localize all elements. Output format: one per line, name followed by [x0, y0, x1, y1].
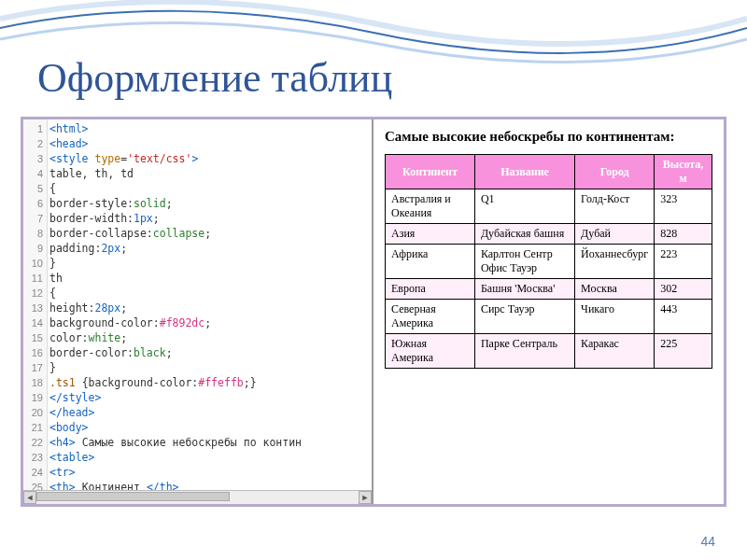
- table-cell: Дубайская башня: [474, 224, 574, 245]
- table-cell: Каракас: [575, 334, 655, 369]
- table-cell: Чикаго: [575, 300, 655, 334]
- table-cell: Дубай: [575, 224, 655, 245]
- table-cell: Австралия и Океания: [386, 189, 475, 224]
- table-header-row: КонтинентНазваниеГородВысота, м: [386, 155, 712, 189]
- code-text: <html> <head> <style type='text/css'> ta…: [49, 119, 372, 495]
- table-cell: 302: [655, 279, 712, 300]
- table-header-cell: Город: [575, 155, 655, 189]
- table-row: Южная АмерикаПарке СентральКаракас225: [386, 334, 712, 369]
- page-number: 44: [700, 534, 715, 549]
- table-cell: Азия: [386, 224, 475, 245]
- table-cell: 223: [655, 245, 712, 279]
- table-cell: Q1: [474, 189, 574, 224]
- table-cell: 828: [655, 224, 712, 245]
- table-cell: Москва: [575, 279, 655, 300]
- table-row: АзияДубайская башняДубай828: [386, 224, 712, 245]
- table-cell: Африка: [386, 245, 475, 279]
- line-number-gutter: 1234567891011121314151617181920212223242…: [23, 119, 48, 504]
- content-frame: 1234567891011121314151617181920212223242…: [21, 117, 726, 507]
- slide: Оформление таблиц 1234567891011121314151…: [0, 0, 747, 560]
- table-row: Австралия и ОкеанияQ1Голд-Кост323: [386, 189, 712, 224]
- table-cell: 323: [655, 189, 712, 224]
- table-cell: Сирс Тауэр: [474, 300, 574, 334]
- table-cell: Парке Сентраль: [474, 334, 574, 369]
- table-row: АфрикаКарлтон Сентр Офис ТауэрЙоханнесбу…: [386, 245, 712, 279]
- skyscraper-table: КонтинентНазваниеГородВысота, м Австрали…: [385, 154, 712, 369]
- horizontal-scrollbar[interactable]: ◄ ►: [23, 490, 372, 504]
- table-cell: 443: [655, 300, 712, 334]
- table-cell: Северная Америка: [386, 300, 475, 334]
- slide-title: Оформление таблиц: [37, 54, 392, 102]
- table-cell: Южная Америка: [386, 334, 475, 369]
- scrollbar-track[interactable]: [36, 491, 359, 504]
- table-cell: Йоханнесбург: [575, 245, 655, 279]
- table-header-cell: Высота, м: [655, 155, 712, 189]
- table-header-cell: Континент: [386, 155, 475, 189]
- scrollbar-thumb[interactable]: [36, 492, 230, 501]
- table-row: Северная АмерикаСирс ТауэрЧикаго443: [386, 300, 712, 334]
- table-cell: Европа: [386, 279, 475, 300]
- table-cell: 225: [655, 334, 712, 369]
- preview-pane: Самые высокие небоскребы по континентам:…: [374, 119, 724, 504]
- table-body: Австралия и ОкеанияQ1Голд-Кост323АзияДуб…: [386, 189, 712, 369]
- preview-heading: Самые высокие небоскребы по континентам:: [385, 129, 712, 145]
- table-cell: Башня 'Москва': [474, 279, 574, 300]
- scroll-right-arrow[interactable]: ►: [359, 491, 372, 504]
- scroll-left-arrow[interactable]: ◄: [23, 491, 36, 504]
- table-cell: Карлтон Сентр Офис Тауэр: [474, 245, 574, 279]
- table-header-cell: Название: [474, 155, 574, 189]
- table-row: ЕвропаБашня 'Москва'Москва302: [386, 279, 712, 300]
- code-editor-pane: 1234567891011121314151617181920212223242…: [23, 119, 374, 504]
- table-cell: Голд-Кост: [575, 189, 655, 224]
